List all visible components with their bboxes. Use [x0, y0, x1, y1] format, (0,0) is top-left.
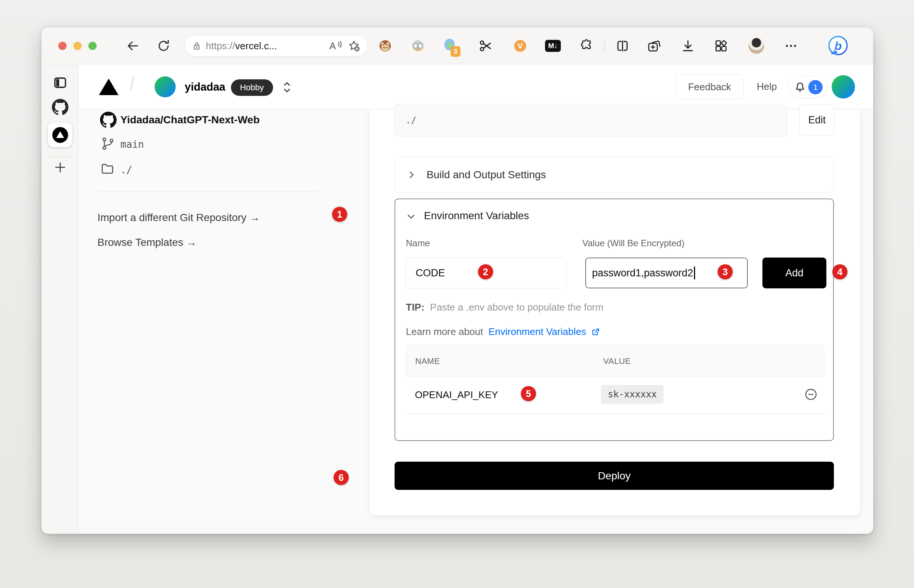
- team-switcher-icon[interactable]: [281, 79, 293, 96]
- page-viewport: / yidadaa Hobby Feedback Help 1: [78, 64, 873, 534]
- granny-icon: [410, 38, 425, 53]
- feedback-label: Feedback: [688, 81, 731, 93]
- env-name-value: CODE: [416, 267, 445, 279]
- external-link-icon[interactable]: [591, 327, 601, 336]
- remove-env-var-button[interactable]: [803, 387, 819, 402]
- notification-bell-button[interactable]: 1: [788, 76, 828, 98]
- plan-badge: Hobby: [231, 79, 273, 96]
- breadcrumb-separator: /: [129, 73, 135, 95]
- chevron-right-icon: [406, 170, 417, 180]
- annotation-badge-3: 3: [718, 264, 733, 279]
- name-label: Name: [406, 238, 430, 249]
- row-divider: [406, 414, 825, 414]
- user-avatar[interactable]: [831, 75, 855, 99]
- root-directory-display: ./: [395, 104, 787, 136]
- apps-icon[interactable]: [713, 38, 729, 54]
- tabstrip-divider: [49, 157, 71, 157]
- reload-icon: [157, 39, 171, 53]
- page-content: Yidadaa/ChatGPT-Next-Web main ./ Import …: [78, 110, 873, 534]
- close-window-button[interactable]: [58, 42, 66, 50]
- split-screen-icon[interactable]: [615, 38, 630, 54]
- svg-text:b: b: [834, 39, 842, 53]
- repo-name: Yidadaa/ChatGPT-Next-Web: [120, 114, 259, 126]
- github-icon: [100, 111, 116, 128]
- toolbar-divider: [605, 39, 605, 53]
- table-header-name: NAME: [415, 356, 440, 366]
- team-avatar[interactable]: [155, 76, 176, 97]
- lock-icon: [191, 40, 202, 51]
- downloads-icon[interactable]: [680, 38, 696, 54]
- tip-line: TIP: Paste a .env above to populate the …: [406, 302, 603, 313]
- collections-icon[interactable]: [646, 38, 662, 54]
- desktop-background: https://vercel.c... A 3 V M↓: [0, 0, 914, 588]
- tab-vercel-active[interactable]: [48, 123, 72, 147]
- root-directory: ./: [120, 164, 132, 176]
- build-output-settings-section[interactable]: Build and Output Settings: [395, 157, 834, 193]
- environment-variables-section: Environment Variables Name Value (Will B…: [395, 199, 834, 441]
- download-arrow-icon: [680, 38, 696, 53]
- apps-grid-icon: [713, 38, 729, 53]
- zoom-window-button[interactable]: [88, 42, 97, 50]
- env-vars-doc-link[interactable]: Environment Variables: [488, 326, 586, 337]
- extensions-puzzle-icon[interactable]: [579, 38, 594, 54]
- scissors-icon: [478, 38, 493, 53]
- feedback-button[interactable]: Feedback: [676, 74, 744, 99]
- deploy-button[interactable]: Deploy: [395, 462, 834, 490]
- deploy-button-label: Deploy: [598, 470, 630, 482]
- env-value-text: password1,password2: [592, 267, 693, 279]
- help-link[interactable]: Help: [757, 81, 777, 92]
- reload-button[interactable]: [156, 38, 171, 53]
- back-button[interactable]: [125, 38, 140, 53]
- monkey-icon: [378, 38, 393, 53]
- tampermonkey-extension-icon[interactable]: [377, 38, 393, 54]
- read-aloud-icon[interactable]: A: [328, 39, 343, 52]
- ellipsis-icon: [783, 38, 799, 53]
- text-caret: [694, 267, 695, 279]
- env-row-name: OPENAI_API_KEY: [415, 389, 498, 401]
- branch-name: main: [120, 139, 144, 150]
- tab-group-extension-icon[interactable]: 3: [442, 38, 458, 54]
- add-button-label: Add: [785, 267, 803, 279]
- new-tab-button[interactable]: [52, 159, 68, 176]
- repo-provider-icon-wrap: [100, 111, 116, 128]
- browser-toolbar: https://vercel.c... A 3 V M↓: [42, 27, 873, 64]
- tab-github[interactable]: [52, 99, 68, 117]
- import-different-repo-link[interactable]: Import a different Git Repository →: [97, 212, 260, 224]
- add-favorite-icon[interactable]: [347, 39, 361, 53]
- profile-avatar[interactable]: [749, 38, 764, 54]
- env-row-value-chip: sk-xxxxxx: [601, 385, 663, 404]
- team-name: yidadaa: [185, 81, 225, 93]
- video-extension-icon[interactable]: V: [512, 38, 528, 54]
- edit-button-label: Edit: [808, 114, 826, 126]
- markdown-extension-icon[interactable]: M↓: [545, 38, 561, 54]
- bing-chat-button[interactable]: b: [827, 35, 849, 57]
- address-bar[interactable]: https://vercel.c... A: [185, 36, 367, 57]
- url-text: https://vercel.c...: [206, 40, 277, 52]
- vertical-tab-strip: [42, 64, 78, 534]
- url-scheme: https://: [206, 40, 235, 52]
- github-icon: [52, 99, 68, 115]
- more-options-button[interactable]: [783, 38, 799, 54]
- browse-templates-link[interactable]: Browse Templates →: [97, 236, 197, 249]
- tip-text: Paste a .env above to populate the form: [430, 302, 603, 313]
- clipper-extension-icon[interactable]: [478, 38, 493, 54]
- edit-root-dir-button[interactable]: Edit: [799, 104, 835, 136]
- chevron-down-icon[interactable]: [406, 211, 416, 222]
- vercel-logo[interactable]: [98, 76, 120, 97]
- env-section-title[interactable]: Environment Variables: [424, 210, 529, 222]
- learn-more-prefix: Learn more about: [406, 326, 483, 337]
- add-to-collections-icon: [647, 38, 662, 53]
- svg-text:V: V: [518, 42, 523, 50]
- split-window-icon: [615, 38, 630, 53]
- sidebar-panel-icon: [52, 75, 68, 90]
- add-env-var-button[interactable]: Add: [762, 257, 827, 288]
- plus-icon: [53, 160, 67, 174]
- puzzle-icon: [579, 38, 594, 53]
- browser-window: https://vercel.c... A 3 V M↓: [41, 27, 874, 534]
- bing-icon: b: [827, 35, 849, 57]
- tab-overview-button[interactable]: [52, 75, 68, 92]
- tip-label: TIP:: [406, 302, 424, 313]
- avatar-extension-icon[interactable]: [410, 38, 426, 54]
- minimize-window-button[interactable]: [73, 42, 82, 50]
- profile-avatar-image: [749, 38, 764, 54]
